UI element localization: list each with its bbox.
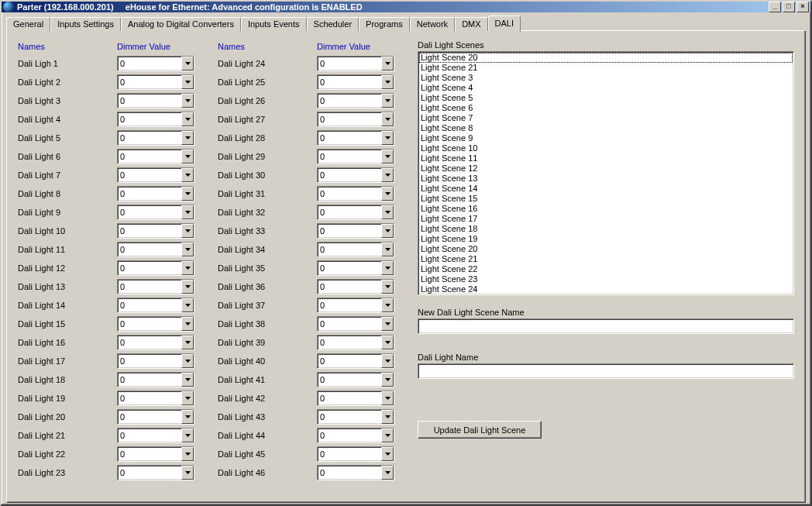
chevron-down-icon[interactable]	[181, 391, 194, 405]
dimmer-value-combo[interactable]: 0	[117, 93, 194, 108]
dimmer-value-combo[interactable]: 0	[117, 279, 194, 294]
dimmer-value-combo[interactable]: 0	[117, 409, 194, 425]
dimmer-value-combo[interactable]: 0	[317, 223, 394, 239]
chevron-down-icon[interactable]	[181, 112, 194, 126]
dimmer-value-combo[interactable]: 0	[317, 167, 394, 183]
chevron-down-icon[interactable]	[181, 243, 194, 256]
dimmer-value-combo[interactable]: 0	[117, 316, 194, 332]
list-item[interactable]: Light Scene 22	[419, 264, 793, 274]
update-scene-button[interactable]: Update Dali Light Scene	[418, 421, 542, 439]
list-item[interactable]: Light Scene 16	[419, 204, 793, 214]
list-item[interactable]: Light Scene 21	[419, 254, 793, 264]
chevron-down-icon[interactable]	[181, 205, 194, 219]
list-item[interactable]: Light Scene 5	[419, 93, 793, 103]
dimmer-value-combo[interactable]: 0	[117, 465, 194, 480]
dimmer-value-combo[interactable]: 0	[317, 260, 394, 276]
dimmer-value-combo[interactable]: 0	[317, 130, 394, 146]
chevron-down-icon[interactable]	[381, 224, 394, 238]
chevron-down-icon[interactable]	[381, 112, 394, 126]
chevron-down-icon[interactable]	[381, 57, 394, 71]
dimmer-value-combo[interactable]: 0	[117, 56, 194, 71]
chevron-down-icon[interactable]	[181, 131, 194, 145]
chevron-down-icon[interactable]	[381, 373, 394, 387]
tab-inputs-events[interactable]: Inputs Events	[241, 17, 307, 31]
list-item[interactable]: Light Scene 12	[419, 164, 793, 174]
list-item[interactable]: Light Scene 24	[419, 284, 793, 294]
dimmer-value-combo[interactable]: 0	[317, 298, 394, 313]
chevron-down-icon[interactable]	[181, 261, 194, 275]
list-item[interactable]: Light Scene 23	[419, 274, 793, 284]
chevron-down-icon[interactable]	[181, 57, 194, 71]
chevron-down-icon[interactable]	[181, 224, 194, 238]
list-item[interactable]: Light Scene 9	[419, 133, 793, 143]
chevron-down-icon[interactable]	[381, 298, 394, 312]
chevron-down-icon[interactable]	[181, 373, 194, 387]
chevron-down-icon[interactable]	[381, 187, 394, 201]
chevron-down-icon[interactable]	[181, 429, 194, 442]
chevron-down-icon[interactable]	[181, 168, 194, 182]
list-item[interactable]: Light Scene 7	[419, 113, 793, 123]
chevron-down-icon[interactable]	[381, 243, 394, 256]
chevron-down-icon[interactable]	[181, 150, 194, 164]
chevron-down-icon[interactable]	[381, 205, 394, 219]
chevron-down-icon[interactable]	[181, 447, 194, 461]
tab-programs[interactable]: Programs	[359, 17, 410, 31]
chevron-down-icon[interactable]	[181, 410, 194, 424]
chevron-down-icon[interactable]	[381, 410, 394, 424]
chevron-down-icon[interactable]	[381, 447, 394, 461]
list-item[interactable]: Light Scene 11	[419, 153, 793, 164]
tab-inputs-settings[interactable]: Inputs Settings	[50, 17, 121, 31]
dimmer-value-combo[interactable]: 0	[117, 112, 194, 127]
list-item[interactable]: Light Scene 17	[419, 214, 793, 224]
maximize-button[interactable]: □	[783, 2, 795, 12]
dimmer-value-combo[interactable]: 0	[117, 167, 194, 183]
dimmer-value-combo[interactable]: 0	[117, 74, 194, 90]
list-item[interactable]: Light Scene 20	[419, 53, 793, 63]
scenes-listbox[interactable]: Light Scene 20Light Scene 21Light Scene …	[418, 51, 794, 295]
list-item[interactable]: Light Scene 8	[419, 123, 793, 133]
dimmer-value-combo[interactable]: 0	[317, 353, 394, 369]
dimmer-value-combo[interactable]: 0	[317, 186, 394, 201]
dimmer-value-combo[interactable]: 0	[117, 298, 194, 313]
dimmer-value-combo[interactable]: 0	[317, 465, 394, 480]
minimize-button[interactable]: _	[769, 2, 781, 12]
dimmer-value-combo[interactable]: 0	[117, 372, 194, 387]
list-item[interactable]: Light Scene 18	[419, 224, 793, 234]
dimmer-value-combo[interactable]: 0	[317, 112, 394, 127]
tab-scheduler[interactable]: Scheduler	[307, 17, 360, 31]
chevron-down-icon[interactable]	[181, 280, 194, 294]
chevron-down-icon[interactable]	[381, 280, 394, 294]
chevron-down-icon[interactable]	[381, 131, 394, 145]
dimmer-value-combo[interactable]: 0	[117, 428, 194, 443]
dimmer-value-combo[interactable]: 0	[117, 130, 194, 146]
chevron-down-icon[interactable]	[181, 336, 194, 349]
chevron-down-icon[interactable]	[181, 75, 194, 89]
list-item[interactable]: Light Scene 10	[419, 143, 793, 153]
dimmer-value-combo[interactable]: 0	[317, 279, 394, 294]
dimmer-value-combo[interactable]: 0	[317, 205, 394, 220]
chevron-down-icon[interactable]	[381, 466, 394, 480]
dimmer-value-combo[interactable]: 0	[117, 446, 194, 462]
dimmer-value-combo[interactable]: 0	[117, 149, 194, 164]
chevron-down-icon[interactable]	[381, 336, 394, 349]
dimmer-value-combo[interactable]: 0	[317, 428, 394, 443]
chevron-down-icon[interactable]	[381, 429, 394, 442]
list-item[interactable]: Light Scene 6	[419, 103, 793, 113]
tab-network[interactable]: Network	[410, 17, 455, 31]
tab-dali[interactable]: DALI	[488, 15, 521, 32]
dimmer-value-combo[interactable]: 0	[317, 409, 394, 425]
chevron-down-icon[interactable]	[381, 75, 394, 89]
chevron-down-icon[interactable]	[181, 94, 194, 108]
list-item[interactable]: Light Scene 14	[419, 184, 793, 194]
dimmer-value-combo[interactable]: 0	[117, 205, 194, 220]
dimmer-value-combo[interactable]: 0	[317, 149, 394, 164]
chevron-down-icon[interactable]	[381, 94, 394, 108]
list-item[interactable]: Light Scene 19	[419, 234, 793, 244]
list-item[interactable]: Light Scene 4	[419, 83, 793, 93]
tab-dmx[interactable]: DMX	[455, 17, 487, 31]
list-item[interactable]: Light Scene 3	[419, 73, 793, 83]
dimmer-value-combo[interactable]: 0	[317, 242, 394, 257]
list-item[interactable]: Light Scene 13	[419, 174, 793, 184]
chevron-down-icon[interactable]	[381, 317, 394, 331]
dimmer-value-combo[interactable]: 0	[317, 316, 394, 332]
